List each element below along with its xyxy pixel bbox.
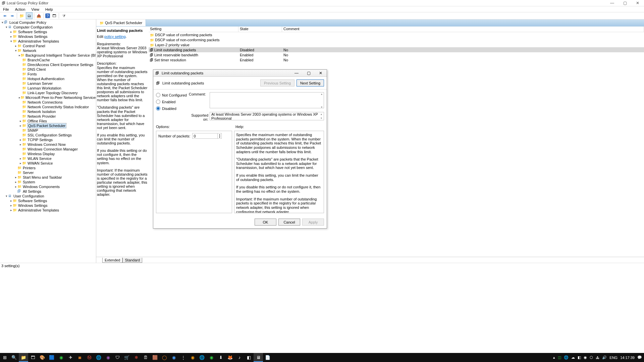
forward-icon[interactable]: ➡ — [9, 12, 15, 19]
tray-icon[interactable]: ◫ — [558, 355, 561, 360]
tray-icon[interactable]: ▴ — [553, 355, 555, 360]
list-row[interactable]: 🗐 Set timer resolutionEnabledNo — [149, 57, 644, 62]
tab-extended[interactable]: Extended — [102, 258, 122, 263]
help-pane[interactable]: Specifies the maximum number of outstand… — [234, 131, 324, 213]
edit-policy-link[interactable]: policy setting — [104, 35, 126, 39]
task-explorer[interactable]: 📁 — [19, 353, 28, 362]
tray-lang[interactable]: ENG — [609, 356, 618, 360]
search-icon[interactable]: 🔍 — [9, 353, 19, 362]
tree-item[interactable]: Software Settings — [18, 198, 47, 203]
spin-up-icon[interactable]: ▲ — [217, 133, 221, 136]
tree-item[interactable]: Windows Settings — [18, 34, 47, 39]
tree-item[interactable]: Administrative Templates — [18, 208, 59, 213]
filter-icon[interactable]: ⧩ — [60, 12, 67, 19]
tree-root[interactable]: Local Computer Policy — [9, 20, 46, 25]
close-button[interactable]: ✕ — [631, 1, 644, 5]
menu-file[interactable]: File — [1, 7, 11, 12]
task-app[interactable]: 🎨 — [38, 353, 47, 362]
dialog-title-bar[interactable]: 🗐 Limit outstanding packets — ▢ ✕ — [153, 70, 327, 77]
task-app[interactable]: 🛒 — [122, 353, 131, 362]
col-setting[interactable]: Setting — [149, 26, 238, 32]
tree-cc[interactable]: Computer Configuration — [13, 25, 53, 29]
list-row[interactable]: 📁 Layer-2 priority value — [149, 42, 644, 47]
list-row[interactable]: 📁 DSCP value of non-conforming packets — [149, 37, 644, 42]
tree-item[interactable]: System — [23, 180, 35, 184]
task-app[interactable]: ◉ — [103, 353, 113, 362]
tray-volume-icon[interactable]: 🔊 — [602, 355, 607, 360]
tray-icon[interactable]: ◧ — [578, 355, 581, 360]
task-app[interactable]: 🟫 — [150, 353, 160, 362]
num-packets-input[interactable]: 0 ▲▼ — [192, 133, 222, 139]
list-row[interactable]: 🗐 Limit outstanding packetsDisabledNo — [149, 47, 644, 52]
properties-icon[interactable]: 🗔 — [51, 12, 57, 19]
task-app[interactable]: ◉ — [207, 353, 216, 362]
tree-item[interactable]: Network Provider — [28, 114, 56, 119]
ok-button[interactable]: OK — [255, 219, 276, 226]
dialog-maximize[interactable]: ▢ — [303, 71, 315, 75]
col-state[interactable]: State — [238, 26, 282, 32]
tree-item[interactable]: Windows Components — [23, 184, 60, 189]
next-setting-button[interactable]: Next Setting — [297, 79, 324, 86]
list-row[interactable]: 📁 DSCP value of conforming packets — [149, 32, 644, 37]
dialog-minimize[interactable]: — — [290, 71, 303, 75]
tree-item[interactable]: Link-Layer Topology Discovery — [28, 90, 78, 95]
tray-icon[interactable]: 🌐 — [564, 355, 569, 360]
tree-pane[interactable]: ▾Local Computer Policy ▾Computer Configu… — [0, 19, 96, 263]
task-app[interactable]: ⬇ — [216, 353, 225, 362]
tree-item[interactable]: Network Connections — [28, 100, 63, 105]
tray-icon[interactable]: ⬡ — [590, 355, 593, 360]
spin-down-icon[interactable]: ▼ — [217, 136, 221, 139]
radio-not-configured[interactable]: Not Configured — [156, 93, 189, 97]
col-comment[interactable]: Comment — [282, 26, 644, 32]
tree-item[interactable]: Fonts — [28, 72, 37, 76]
comment-input[interactable] — [210, 92, 324, 108]
menu-view[interactable]: View — [30, 7, 41, 12]
tree-item[interactable]: BranchCache — [28, 58, 50, 62]
radio-enabled[interactable]: Enabled — [156, 100, 189, 104]
tree-item[interactable]: Background Intelligent Transfer Service … — [25, 53, 96, 58]
tree-toggle-icon[interactable]: 🗂 — [26, 12, 33, 19]
menu-help[interactable]: Help — [44, 7, 55, 12]
tree-item[interactable]: Microsoft Peer-to-Peer Networking Servic… — [25, 95, 96, 100]
tree-item[interactable]: WLAN Service — [28, 156, 52, 161]
task-app[interactable]: ◙ — [75, 353, 85, 362]
tree-item[interactable]: Software Settings — [18, 29, 47, 34]
tree-item[interactable]: Windows Connection Manager — [28, 147, 78, 152]
tree-item[interactable]: Offline Files — [28, 119, 47, 123]
tree-item[interactable]: QoS Packet Scheduler — [28, 123, 66, 128]
up-icon[interactable]: 📁 — [18, 12, 25, 19]
tab-standard[interactable]: Standard — [122, 258, 142, 263]
tray-icon[interactable]: ◉ — [584, 355, 587, 360]
help-icon[interactable]: ? — [45, 13, 50, 18]
previous-setting-button[interactable]: Previous Setting — [260, 79, 294, 86]
tree-item[interactable]: Printers — [23, 166, 36, 170]
task-gpedit[interactable]: 🖥 — [254, 353, 263, 362]
tree-uc[interactable]: User Configuration — [13, 194, 44, 198]
tree-item[interactable]: Lanman Workstation — [28, 86, 61, 90]
apply-button[interactable]: Apply — [302, 219, 324, 226]
task-app[interactable]: ⋮ — [178, 353, 188, 362]
tree-item[interactable]: Network Connectivity Status Indicator — [28, 105, 89, 109]
task-app[interactable]: 🌐 — [197, 353, 207, 362]
task-app[interactable]: 🛡 — [113, 353, 122, 362]
tray-notifications-icon[interactable]: 💬 — [637, 355, 642, 360]
minimize-button[interactable]: — — [606, 1, 619, 5]
task-app[interactable]: 🗓 — [141, 353, 150, 362]
tree-item[interactable]: Network — [23, 48, 36, 53]
tree-item[interactable]: Server — [23, 170, 34, 175]
tree-item[interactable]: Windows Settings — [18, 203, 47, 208]
dialog-close[interactable]: ✕ — [315, 71, 327, 75]
tree-item[interactable]: Lanman Server — [28, 81, 53, 86]
tray-network-icon[interactable]: 🖧 — [596, 356, 599, 360]
tree-item[interactable]: All Settings — [23, 189, 41, 194]
maximize-button[interactable]: ▢ — [619, 1, 631, 5]
tree-item[interactable]: DirectAccess Client Experience Settings — [28, 62, 93, 67]
task-app[interactable]: 🦊 — [225, 353, 235, 362]
task-app[interactable]: 📄 — [263, 353, 272, 362]
task-app[interactable]: ✈ — [66, 353, 75, 362]
task-app[interactable]: ◯ — [160, 353, 169, 362]
tree-item[interactable]: Wireless Display — [28, 152, 55, 156]
scope-tab[interactable]: QoS Packet Scheduler — [96, 19, 146, 26]
tree-item[interactable]: Hotspot Authentication — [28, 76, 64, 81]
tree-item[interactable]: Control Panel — [23, 44, 45, 48]
